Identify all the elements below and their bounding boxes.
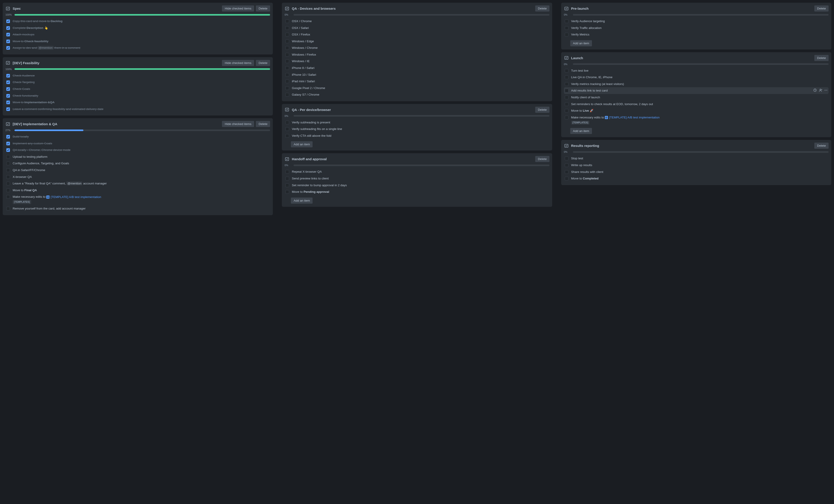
delete-checklist-button[interactable]: Delete xyxy=(535,156,549,162)
checklist-item[interactable]: Remove yourself from the card, add accou… xyxy=(5,205,270,212)
checklist-item[interactable]: Notify client of launch xyxy=(564,94,829,101)
item-checkbox[interactable] xyxy=(565,116,568,119)
checklist-item[interactable]: Attach mockups xyxy=(5,31,270,38)
item-checkbox[interactable] xyxy=(6,40,10,43)
item-checkbox[interactable] xyxy=(285,134,289,138)
checklist-title[interactable]: [DEV] Feasibility xyxy=(13,61,220,65)
checklist-item[interactable]: Leave a comment confirming feasibility a… xyxy=(5,106,270,113)
checklist-item[interactable]: Move to Final QA xyxy=(5,187,270,194)
item-checkbox[interactable] xyxy=(6,101,10,104)
checklist-item[interactable]: Windows / Chrome xyxy=(285,45,549,51)
item-checkbox[interactable] xyxy=(565,89,568,92)
item-checkbox[interactable] xyxy=(565,177,568,180)
checklist-item[interactable]: Leave a "Ready for final QA" comment, @m… xyxy=(5,180,270,187)
checklist-item[interactable]: Send preview links to client xyxy=(285,175,549,182)
checklist-item[interactable]: Live QA in Chrome, IE, iPhone xyxy=(564,74,829,81)
item-checkbox[interactable] xyxy=(285,80,289,83)
checklist-item[interactable]: Upload to testing platform xyxy=(5,153,270,160)
checklist-item[interactable]: Move to Check feasibility xyxy=(5,38,270,45)
checklist-item[interactable]: QA locally - Chrome, Chrome device mode xyxy=(5,147,270,153)
item-checkbox[interactable] xyxy=(285,26,289,30)
item-checkbox[interactable] xyxy=(285,46,289,50)
item-checkbox[interactable] xyxy=(6,46,10,50)
add-item-button[interactable]: Add an item xyxy=(570,128,592,134)
checklist-item[interactable]: Move to Implementation &QA xyxy=(5,99,270,106)
checklist-item[interactable]: Make necessary edits to ▤[TEMPLATE] A/B … xyxy=(564,114,829,126)
checklist-item[interactable]: Make necessary edits to ▤[TEMPLATE] A/B … xyxy=(5,194,270,205)
delete-checklist-button[interactable]: Delete xyxy=(256,121,270,127)
delete-checklist-button[interactable]: Delete xyxy=(814,5,829,12)
item-checkbox[interactable] xyxy=(565,170,568,174)
item-checkbox[interactable] xyxy=(6,175,10,179)
item-checkbox[interactable] xyxy=(6,161,10,165)
checklist-title[interactable]: Handoff and approval xyxy=(292,157,533,161)
checklist-item[interactable]: Verify CTA still above the fold xyxy=(285,132,549,139)
checklist-item[interactable]: Share results with client xyxy=(564,169,829,175)
item-checkbox[interactable] xyxy=(565,157,568,160)
item-checkbox[interactable] xyxy=(6,135,10,138)
item-checkbox[interactable] xyxy=(285,60,289,63)
checklist-item[interactable]: Write up results xyxy=(564,162,829,169)
item-checkbox[interactable] xyxy=(285,170,289,174)
checklist-item[interactable]: Verify Audience targeting xyxy=(564,18,829,25)
checklist-title[interactable]: QA - Devices and browsers xyxy=(292,6,533,10)
delete-checklist-button[interactable]: Delete xyxy=(535,5,549,12)
checklist-item[interactable]: Verify metrics tracking (at least visito… xyxy=(564,81,829,87)
checklist-item[interactable]: Configure Audience, Targeting, and Goals xyxy=(5,160,270,167)
item-checkbox[interactable] xyxy=(6,107,10,111)
checklist-item[interactable]: Verify Traffic allocation xyxy=(564,25,829,31)
item-checkbox[interactable] xyxy=(565,19,568,23)
checklist-title[interactable]: QA - Per device/browser xyxy=(292,108,533,112)
item-checkbox[interactable] xyxy=(285,93,289,96)
checklist-item[interactable]: Move to Pending approval xyxy=(285,189,549,195)
item-checkbox[interactable] xyxy=(285,183,289,187)
item-checkbox[interactable] xyxy=(6,74,10,78)
checklist-item[interactable]: Stop test xyxy=(564,155,829,162)
checklist-item[interactable]: Verify Metrics xyxy=(564,31,829,38)
checklist-item[interactable]: Check functionality xyxy=(5,92,270,99)
text-segment[interactable]: [TEMPLATE] A/B test implementation xyxy=(51,195,101,199)
item-checkbox[interactable] xyxy=(6,33,10,37)
delete-checklist-button[interactable]: Delete xyxy=(814,55,829,61)
item-checkbox[interactable] xyxy=(6,182,10,185)
checklist-item[interactable]: iPhone 8 / Safari xyxy=(285,65,549,71)
item-checkbox[interactable] xyxy=(285,40,289,43)
delete-checklist-button[interactable]: Delete xyxy=(535,107,549,113)
text-segment[interactable]: @mention xyxy=(66,181,82,185)
hide-checked-button[interactable]: Hide checked items xyxy=(222,5,254,12)
checklist-item[interactable]: Assign to dev and @mention them in a com… xyxy=(5,45,270,51)
checklist-title[interactable]: Pre-launch xyxy=(571,6,812,10)
item-checkbox[interactable] xyxy=(285,127,289,131)
checklist-item[interactable]: QA in Safari/FF/Chrome xyxy=(5,167,270,174)
checklist-item[interactable]: Implement any custom Goals xyxy=(5,140,270,147)
checklist-item[interactable]: Build locally xyxy=(5,133,270,140)
checklist-title[interactable]: Spec xyxy=(13,6,220,10)
add-item-button[interactable]: Add an item xyxy=(291,198,312,204)
item-checkbox[interactable] xyxy=(6,155,10,159)
checklist-item[interactable]: Windows / Edge xyxy=(285,38,549,45)
due-date-icon[interactable] xyxy=(813,88,817,92)
card-link-chip[interactable]: ▤[TEMPLATE] A/B test implementation xyxy=(46,195,101,199)
hide-checked-button[interactable]: Hide checked items xyxy=(222,60,254,66)
checklist-item[interactable]: OSX / Safari xyxy=(285,25,549,31)
card-link-chip[interactable]: ▤[TEMPLATE] A/B test implementation xyxy=(605,115,659,120)
checklist-item[interactable]: Check Goals xyxy=(5,86,270,92)
item-checkbox[interactable] xyxy=(565,95,568,99)
item-checkbox[interactable] xyxy=(6,207,10,211)
item-checkbox[interactable] xyxy=(285,86,289,90)
checklist-item[interactable]: Galaxy S7 / Chrome xyxy=(285,91,549,98)
item-checkbox[interactable] xyxy=(6,81,10,84)
item-checkbox[interactable] xyxy=(285,190,289,194)
checklist-item[interactable]: iPad mini / Safari xyxy=(285,78,549,85)
item-checkbox[interactable] xyxy=(565,69,568,72)
checklist-item[interactable]: Check Targeting xyxy=(5,79,270,86)
item-checkbox[interactable] xyxy=(6,19,10,23)
checklist-item[interactable]: Turn test live xyxy=(564,67,829,74)
checklist-item[interactable]: Copy this card and move to Backlog xyxy=(5,18,270,25)
text-segment[interactable]: @mention xyxy=(38,46,53,50)
delete-checklist-button[interactable]: Delete xyxy=(814,143,829,149)
item-checkbox[interactable] xyxy=(565,109,568,113)
checklist-item[interactable]: Complete Description 👆 xyxy=(5,25,270,31)
checklist-item[interactable]: Google Pixel 2 / Chrome xyxy=(285,85,549,91)
checklist-item[interactable]: Repeat X-browser QA xyxy=(285,168,549,175)
